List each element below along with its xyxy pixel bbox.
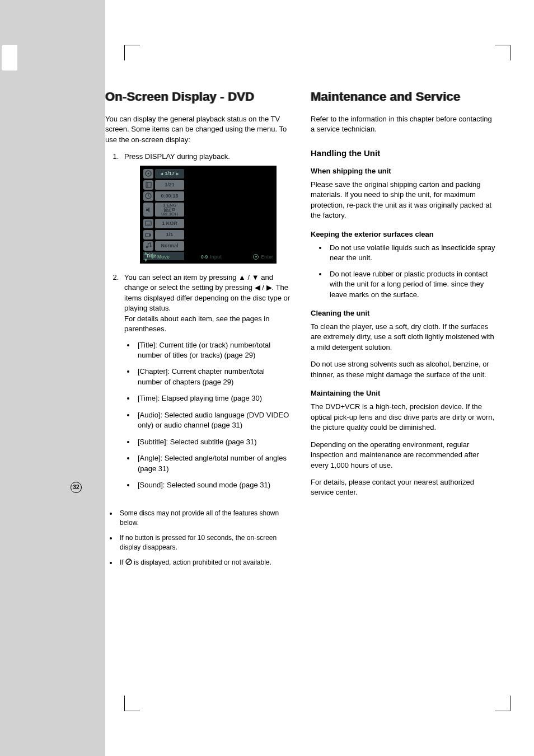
svg-rect-2 (146, 182, 151, 187)
h3-maintain: Maintaining the Unit (311, 389, 496, 397)
svg-rect-5 (146, 209, 148, 211)
left-column: On-Screen Display - DVD You can display … (105, 90, 291, 573)
step-2-details: For details about each item, see the pag… (124, 314, 269, 333)
osd-screenshot: ◂1/17▸ 1/21 (140, 166, 277, 264)
svg-point-1 (148, 173, 149, 175)
h3-shipping: When shipping the unit (311, 167, 496, 175)
step-1: Press DISPLAY during playback. ◂1/17▸ (121, 152, 291, 263)
osd-chapter-value: 1/21 (155, 180, 184, 190)
h2-handling: Handling the Unit (311, 148, 496, 158)
chapter-icon (143, 180, 153, 190)
svg-point-10 (149, 246, 151, 247)
item-sound: [Sound]: Selected sound mode (page 31) (135, 480, 291, 490)
maintenance-intro: Refer to the information in this chapter… (311, 114, 496, 135)
osd-row-subtitle: 1 KOR (143, 218, 277, 229)
page-number: 32 (71, 482, 82, 493)
p-shipping: Please save the original shipping carton… (311, 180, 496, 221)
right-column: Maintenance and Service Refer to the inf… (311, 90, 496, 573)
p-maint3: For details, please contact your nearest… (311, 477, 496, 498)
osd-intro: You can display the general playback sta… (105, 114, 291, 145)
angle-icon (143, 230, 153, 240)
osd-subtitle-value: 1 KOR (155, 219, 184, 228)
sidebar-margin (0, 0, 105, 756)
osd-row-title: ◂1/17▸ (143, 168, 277, 179)
item-time: [Time]: Elapsed playing time (page 30) (135, 393, 291, 403)
osd-title-value: ◂1/17▸ (155, 169, 184, 179)
item-chapter: [Chapter]: Current chapter number/total … (135, 367, 291, 387)
h3-cleaning: Cleaning the unit (311, 309, 496, 317)
footer-move: Move (157, 253, 170, 260)
h3-exterior: Keeping the exterior surfaces clean (311, 230, 496, 238)
footer-input: Input (210, 253, 222, 260)
osd-row-angle: 1/1 (143, 229, 277, 240)
crop-mark (124, 696, 140, 711)
page: On-Screen Display - DVD You can display … (105, 0, 534, 756)
osd-row-chapter: 1/21 (143, 180, 277, 190)
step-2: You can select an item by pressing ▲ / ▼… (121, 273, 291, 491)
osd-sound-value: Normal (155, 241, 184, 251)
note-3: If is displayed, action prohibited or no… (118, 558, 291, 567)
svg-rect-6 (146, 221, 151, 226)
updown-icon: ▲▼ (143, 250, 148, 264)
osd-angle-value: 1/1 (155, 230, 184, 240)
page-tab (2, 45, 17, 71)
svg-rect-8 (146, 233, 149, 237)
ext-2: Do not leave rubber or plastic products … (327, 269, 496, 300)
footer-input-num: 0-9 (201, 253, 208, 260)
item-title: [Title]: Current title (or track) number… (135, 340, 291, 361)
crop-mark (495, 696, 510, 711)
p-maint1: The DVD+VCR is a high-tech, precision de… (311, 402, 496, 433)
clock-icon (143, 191, 153, 201)
osd-footer: ▲▼ ⬍ Move 0-9 Input Enter (143, 252, 273, 261)
prohibit-icon (125, 558, 132, 565)
item-subtitle: [Subtitle]: Selected subtitle (page 31) (135, 437, 291, 447)
audio-icon (143, 203, 153, 217)
ext-1: Do not use volatile liquids such as inse… (327, 243, 496, 264)
step-1-text: Press DISPLAY during playback. (124, 152, 230, 161)
heading-maintenance: Maintenance and Service (311, 90, 496, 104)
osd-audio-value: 1 ENG DOD 3/2.1CH (155, 203, 184, 217)
osd-row-audio: 1 ENG DOD 3/2.1CH (143, 202, 277, 218)
footer-enter: Enter (261, 253, 273, 260)
osd-time-value: 0:00:15 (155, 191, 184, 201)
crop-mark (495, 45, 510, 60)
note-2: If no button is pressed for 10 seconds, … (118, 533, 291, 552)
item-audio: [Audio]: Selected audio language (DVD VI… (135, 410, 291, 431)
heading-osd: On-Screen Display - DVD (105, 90, 291, 104)
p-clean1: To clean the player, use a soft, dry clo… (311, 322, 496, 353)
subtitle-icon (143, 219, 153, 228)
item-angle: [Angle]: Selected angle/total number of … (135, 453, 291, 474)
crop-mark (124, 45, 140, 60)
svg-line-12 (127, 560, 131, 564)
p-maint2: Depending on the operating environment, … (311, 440, 496, 471)
osd-row-sound: Normal (143, 241, 277, 251)
step-2-text: You can select an item by pressing ▲ / ▼… (124, 273, 290, 312)
note-1: Some discs may not provide all of the fe… (118, 509, 291, 528)
disc-icon (143, 169, 153, 179)
enter-icon (253, 254, 259, 260)
osd-row-time: 0:00:15 (143, 191, 277, 201)
p-clean2: Do not use strong solvents such as alcoh… (311, 359, 496, 380)
